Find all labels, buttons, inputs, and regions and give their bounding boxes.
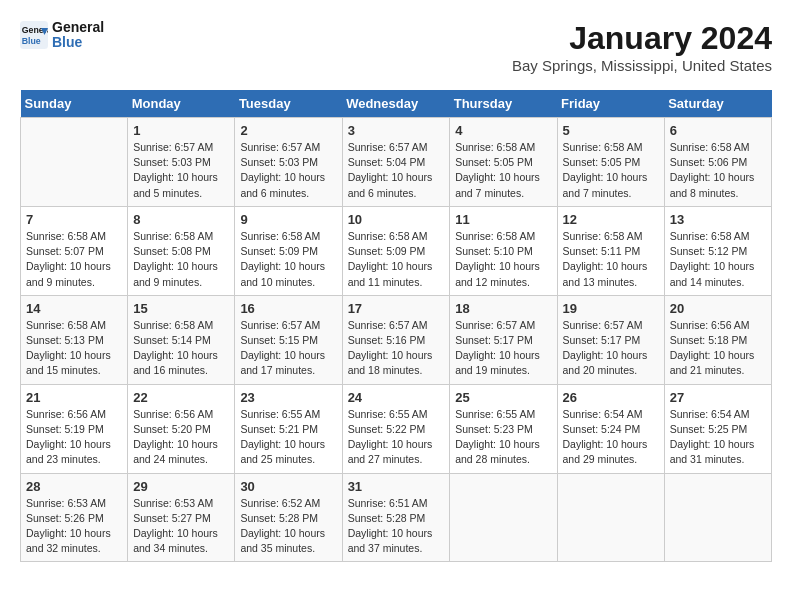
day-number: 25 xyxy=(455,390,551,405)
day-info: Sunrise: 6:58 AMSunset: 5:09 PMDaylight:… xyxy=(348,229,445,290)
day-number: 22 xyxy=(133,390,229,405)
calendar-cell: 24Sunrise: 6:55 AMSunset: 5:22 PMDayligh… xyxy=(342,384,450,473)
day-number: 18 xyxy=(455,301,551,316)
day-header-sunday: Sunday xyxy=(21,90,128,118)
day-number: 3 xyxy=(348,123,445,138)
day-number: 27 xyxy=(670,390,766,405)
calendar-cell: 11Sunrise: 6:58 AMSunset: 5:10 PMDayligh… xyxy=(450,206,557,295)
calendar-cell: 28Sunrise: 6:53 AMSunset: 5:26 PMDayligh… xyxy=(21,473,128,562)
day-number: 23 xyxy=(240,390,336,405)
calendar-cell: 17Sunrise: 6:57 AMSunset: 5:16 PMDayligh… xyxy=(342,295,450,384)
day-info: Sunrise: 6:57 AMSunset: 5:04 PMDaylight:… xyxy=(348,140,445,201)
day-info: Sunrise: 6:55 AMSunset: 5:22 PMDaylight:… xyxy=(348,407,445,468)
day-number: 31 xyxy=(348,479,445,494)
day-number: 30 xyxy=(240,479,336,494)
calendar-cell: 27Sunrise: 6:54 AMSunset: 5:25 PMDayligh… xyxy=(664,384,771,473)
calendar-cell: 30Sunrise: 6:52 AMSunset: 5:28 PMDayligh… xyxy=(235,473,342,562)
day-info: Sunrise: 6:58 AMSunset: 5:12 PMDaylight:… xyxy=(670,229,766,290)
logo: General Blue General Blue xyxy=(20,20,104,51)
day-number: 28 xyxy=(26,479,122,494)
logo-line1: General xyxy=(52,20,104,35)
calendar-cell: 23Sunrise: 6:55 AMSunset: 5:21 PMDayligh… xyxy=(235,384,342,473)
calendar-cell: 26Sunrise: 6:54 AMSunset: 5:24 PMDayligh… xyxy=(557,384,664,473)
day-info: Sunrise: 6:58 AMSunset: 5:05 PMDaylight:… xyxy=(455,140,551,201)
logo-line2: Blue xyxy=(52,35,104,50)
logo-icon: General Blue xyxy=(20,21,48,49)
day-info: Sunrise: 6:58 AMSunset: 5:07 PMDaylight:… xyxy=(26,229,122,290)
day-info: Sunrise: 6:58 AMSunset: 5:09 PMDaylight:… xyxy=(240,229,336,290)
day-info: Sunrise: 6:57 AMSunset: 5:15 PMDaylight:… xyxy=(240,318,336,379)
calendar-cell: 18Sunrise: 6:57 AMSunset: 5:17 PMDayligh… xyxy=(450,295,557,384)
day-info: Sunrise: 6:57 AMSunset: 5:16 PMDaylight:… xyxy=(348,318,445,379)
day-number: 4 xyxy=(455,123,551,138)
day-info: Sunrise: 6:51 AMSunset: 5:28 PMDaylight:… xyxy=(348,496,445,557)
day-info: Sunrise: 6:54 AMSunset: 5:25 PMDaylight:… xyxy=(670,407,766,468)
day-number: 5 xyxy=(563,123,659,138)
day-info: Sunrise: 6:55 AMSunset: 5:21 PMDaylight:… xyxy=(240,407,336,468)
day-header-wednesday: Wednesday xyxy=(342,90,450,118)
calendar-subtitle: Bay Springs, Mississippi, United States xyxy=(512,57,772,74)
day-info: Sunrise: 6:53 AMSunset: 5:26 PMDaylight:… xyxy=(26,496,122,557)
calendar-cell xyxy=(21,118,128,207)
calendar-cell: 31Sunrise: 6:51 AMSunset: 5:28 PMDayligh… xyxy=(342,473,450,562)
day-number: 6 xyxy=(670,123,766,138)
day-header-tuesday: Tuesday xyxy=(235,90,342,118)
day-info: Sunrise: 6:57 AMSunset: 5:03 PMDaylight:… xyxy=(240,140,336,201)
calendar-cell xyxy=(557,473,664,562)
calendar-title: January 2024 xyxy=(512,20,772,57)
calendar-cell: 22Sunrise: 6:56 AMSunset: 5:20 PMDayligh… xyxy=(128,384,235,473)
calendar-cell: 7Sunrise: 6:58 AMSunset: 5:07 PMDaylight… xyxy=(21,206,128,295)
day-number: 17 xyxy=(348,301,445,316)
day-number: 10 xyxy=(348,212,445,227)
calendar-cell: 21Sunrise: 6:56 AMSunset: 5:19 PMDayligh… xyxy=(21,384,128,473)
day-info: Sunrise: 6:57 AMSunset: 5:17 PMDaylight:… xyxy=(563,318,659,379)
day-number: 12 xyxy=(563,212,659,227)
calendar-table: SundayMondayTuesdayWednesdayThursdayFrid… xyxy=(20,90,772,562)
day-number: 26 xyxy=(563,390,659,405)
day-info: Sunrise: 6:57 AMSunset: 5:03 PMDaylight:… xyxy=(133,140,229,201)
day-info: Sunrise: 6:52 AMSunset: 5:28 PMDaylight:… xyxy=(240,496,336,557)
day-header-saturday: Saturday xyxy=(664,90,771,118)
calendar-cell: 20Sunrise: 6:56 AMSunset: 5:18 PMDayligh… xyxy=(664,295,771,384)
calendar-cell: 15Sunrise: 6:58 AMSunset: 5:14 PMDayligh… xyxy=(128,295,235,384)
day-number: 9 xyxy=(240,212,336,227)
title-area: January 2024 Bay Springs, Mississippi, U… xyxy=(512,20,772,74)
calendar-cell: 25Sunrise: 6:55 AMSunset: 5:23 PMDayligh… xyxy=(450,384,557,473)
day-number: 7 xyxy=(26,212,122,227)
day-info: Sunrise: 6:55 AMSunset: 5:23 PMDaylight:… xyxy=(455,407,551,468)
day-header-thursday: Thursday xyxy=(450,90,557,118)
day-info: Sunrise: 6:58 AMSunset: 5:13 PMDaylight:… xyxy=(26,318,122,379)
day-number: 1 xyxy=(133,123,229,138)
header: General Blue General Blue January 2024 B… xyxy=(20,20,772,74)
week-row-0: 1Sunrise: 6:57 AMSunset: 5:03 PMDaylight… xyxy=(21,118,772,207)
day-info: Sunrise: 6:56 AMSunset: 5:19 PMDaylight:… xyxy=(26,407,122,468)
calendar-cell: 2Sunrise: 6:57 AMSunset: 5:03 PMDaylight… xyxy=(235,118,342,207)
day-number: 15 xyxy=(133,301,229,316)
calendar-header-row: SundayMondayTuesdayWednesdayThursdayFrid… xyxy=(21,90,772,118)
calendar-cell: 10Sunrise: 6:58 AMSunset: 5:09 PMDayligh… xyxy=(342,206,450,295)
day-info: Sunrise: 6:53 AMSunset: 5:27 PMDaylight:… xyxy=(133,496,229,557)
day-number: 20 xyxy=(670,301,766,316)
day-info: Sunrise: 6:56 AMSunset: 5:18 PMDaylight:… xyxy=(670,318,766,379)
day-info: Sunrise: 6:58 AMSunset: 5:14 PMDaylight:… xyxy=(133,318,229,379)
day-header-monday: Monday xyxy=(128,90,235,118)
day-number: 2 xyxy=(240,123,336,138)
day-info: Sunrise: 6:58 AMSunset: 5:11 PMDaylight:… xyxy=(563,229,659,290)
day-info: Sunrise: 6:58 AMSunset: 5:10 PMDaylight:… xyxy=(455,229,551,290)
calendar-body: 1Sunrise: 6:57 AMSunset: 5:03 PMDaylight… xyxy=(21,118,772,562)
day-number: 24 xyxy=(348,390,445,405)
calendar-cell: 13Sunrise: 6:58 AMSunset: 5:12 PMDayligh… xyxy=(664,206,771,295)
week-row-1: 7Sunrise: 6:58 AMSunset: 5:07 PMDaylight… xyxy=(21,206,772,295)
calendar-cell: 9Sunrise: 6:58 AMSunset: 5:09 PMDaylight… xyxy=(235,206,342,295)
calendar-cell: 4Sunrise: 6:58 AMSunset: 5:05 PMDaylight… xyxy=(450,118,557,207)
day-number: 11 xyxy=(455,212,551,227)
week-row-3: 21Sunrise: 6:56 AMSunset: 5:19 PMDayligh… xyxy=(21,384,772,473)
calendar-cell xyxy=(450,473,557,562)
svg-text:Blue: Blue xyxy=(22,36,41,46)
week-row-4: 28Sunrise: 6:53 AMSunset: 5:26 PMDayligh… xyxy=(21,473,772,562)
day-number: 19 xyxy=(563,301,659,316)
day-info: Sunrise: 6:58 AMSunset: 5:06 PMDaylight:… xyxy=(670,140,766,201)
day-info: Sunrise: 6:57 AMSunset: 5:17 PMDaylight:… xyxy=(455,318,551,379)
day-number: 29 xyxy=(133,479,229,494)
day-info: Sunrise: 6:58 AMSunset: 5:08 PMDaylight:… xyxy=(133,229,229,290)
